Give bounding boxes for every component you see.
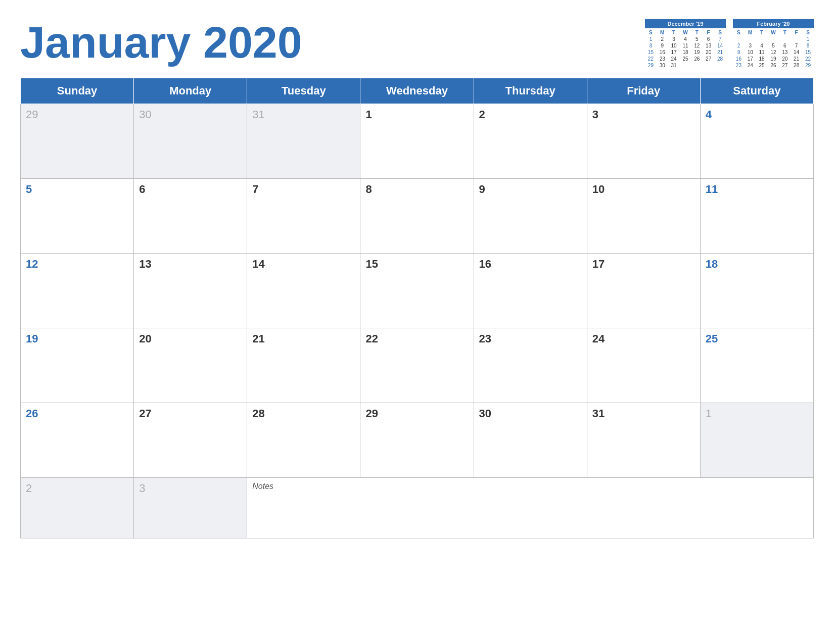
calendar-day-cell: 25	[700, 328, 813, 403]
calendar-day-header: Sunday	[21, 78, 134, 104]
day-number: 21	[252, 332, 264, 345]
mini-cal-day: 17	[745, 56, 756, 62]
mini-cal-day: 29	[645, 62, 657, 69]
mini-cal-day: 23	[657, 56, 668, 62]
mini-cal-day: 5	[691, 36, 703, 42]
day-number: 20	[139, 332, 151, 345]
mini-cal-day	[791, 36, 802, 42]
mini-cal-feb20-dow-wed: W	[768, 29, 779, 36]
mini-cal-dec19-title: December '19	[645, 19, 726, 28]
mini-cal-dec19-dow-sat: S	[714, 29, 726, 36]
day-number: 31	[592, 407, 605, 420]
mini-cal-dec19-dow-wed: W	[680, 29, 691, 36]
calendar-day-cell: 29	[21, 104, 134, 179]
mini-cal-day: 6	[779, 42, 791, 49]
day-number: 15	[365, 258, 378, 270]
mini-cal-day: 29	[802, 62, 814, 69]
mini-cal-day: 11	[756, 49, 768, 56]
mini-calendar-dec19: December '19 S M T W T F S 1234567891011…	[645, 19, 726, 69]
calendar-day-cell: 1	[700, 403, 813, 478]
mini-cal-day: 27	[703, 56, 714, 62]
calendar-week-row: 2930311234	[21, 104, 814, 179]
calendar-day-header: Friday	[587, 78, 700, 104]
day-number: 6	[139, 183, 145, 195]
day-number: 28	[252, 407, 264, 420]
page-title: January 2020	[20, 15, 302, 65]
day-number: 14	[252, 258, 264, 270]
day-number: 31	[252, 108, 264, 121]
calendar-day-cell: 30	[474, 403, 587, 478]
calendar-day-header: Thursday	[474, 78, 587, 104]
calendar-day-header: Tuesday	[247, 78, 360, 104]
mini-cal-dec19-dow-sun: S	[645, 29, 657, 36]
day-number: 3	[139, 482, 145, 494]
calendar-day-cell: 21	[247, 328, 360, 403]
day-number: 5	[26, 183, 32, 195]
mini-cal-day	[680, 62, 691, 69]
day-number: 1	[365, 108, 372, 121]
calendar-day-cell: 27	[134, 403, 247, 478]
mini-cal-day: 23	[733, 62, 745, 69]
calendar-day-cell: 2	[474, 104, 587, 179]
mini-cal-day: 8	[802, 42, 814, 49]
calendar-day-cell: 24	[587, 328, 700, 403]
mini-cal-day: 28	[714, 56, 726, 62]
day-number: 30	[479, 407, 491, 420]
day-number: 2	[479, 108, 485, 121]
calendar-day-cell: 13	[134, 254, 247, 328]
day-number: 27	[139, 407, 151, 420]
mini-cal-day: 14	[791, 49, 802, 56]
mini-cal-feb20-title: February '20	[733, 19, 814, 28]
calendar-body: 2930311234567891011121314151617181920212…	[21, 104, 814, 538]
mini-cal-day: 17	[668, 49, 680, 56]
mini-cal-day	[691, 62, 703, 69]
calendar-day-cell: 18	[700, 254, 813, 328]
mini-cal-day: 3	[745, 42, 756, 49]
mini-cal-day	[756, 36, 768, 42]
mini-cal-day: 1	[645, 36, 657, 42]
calendar-day-header: Wednesday	[360, 78, 474, 104]
calendar-day-cell: 14	[247, 254, 360, 328]
mini-cal-day	[779, 36, 791, 42]
calendar-day-cell: 15	[360, 254, 474, 328]
mini-cal-day: 11	[680, 42, 691, 49]
mini-cal-day: 9	[733, 49, 745, 56]
calendar-week-row: 19202122232425	[21, 328, 814, 403]
mini-cal-day: 2	[657, 36, 668, 42]
day-number: 22	[365, 332, 378, 345]
mini-cal-day: 26	[768, 62, 779, 69]
mini-cal-day: 26	[691, 56, 703, 62]
calendar-day-cell: 31	[247, 104, 360, 179]
calendar-week-row: 567891011	[21, 179, 814, 254]
mini-cal-day: 2	[733, 42, 745, 49]
day-number: 10	[592, 183, 605, 195]
mini-cal-feb20-dow-sun: S	[733, 29, 745, 36]
mini-cal-day: 27	[779, 62, 791, 69]
mini-calendar-feb20: February '20 S M T W T F S 1234567891011…	[733, 19, 814, 69]
day-number: 11	[706, 183, 718, 195]
mini-cal-feb20-dow-thu: T	[779, 29, 791, 36]
calendar-week-row: 12131415161718	[21, 254, 814, 328]
mini-cal-day: 6	[703, 36, 714, 42]
calendar-day-cell: 30	[134, 104, 247, 179]
mini-cal-day: 8	[645, 42, 657, 49]
mini-cal-day: 19	[768, 56, 779, 62]
mini-cal-day	[703, 62, 714, 69]
calendar-day-cell: 19	[21, 328, 134, 403]
day-number: 8	[365, 183, 372, 195]
mini-cal-day: 25	[680, 56, 691, 62]
mini-cal-day: 5	[768, 42, 779, 49]
calendar-day-cell: 31	[587, 403, 700, 478]
mini-cal-day: 20	[703, 49, 714, 56]
mini-cal-day	[714, 62, 726, 69]
calendar-day-cell: 8	[360, 179, 474, 254]
calendar-last-row: 23Notes	[21, 478, 814, 538]
mini-cal-feb20-dow-mon: M	[745, 29, 756, 36]
main-calendar: SundayMondayTuesdayWednesdayThursdayFrid…	[20, 78, 814, 538]
mini-calendars-container: December '19 S M T W T F S 1234567891011…	[645, 19, 814, 69]
mini-cal-feb20-table: S M T W T F S 12345678910111213141516171…	[733, 29, 814, 69]
calendar-day-cell: 28	[247, 403, 360, 478]
calendar-day-cell: 7	[247, 179, 360, 254]
day-number: 13	[139, 258, 151, 270]
mini-cal-dec19-dow-thu: T	[691, 29, 703, 36]
